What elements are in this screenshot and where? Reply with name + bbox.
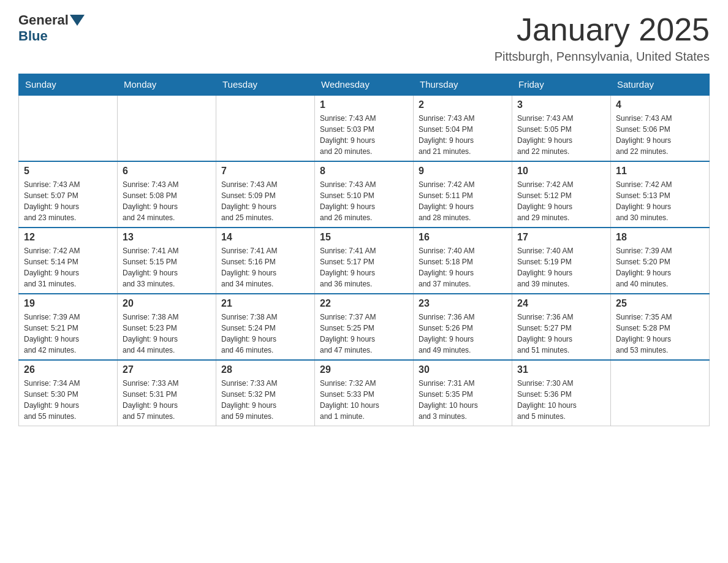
calendar-cell: 22Sunrise: 7:37 AM Sunset: 5:25 PM Dayli… <box>315 294 414 360</box>
day-info: Sunrise: 7:39 AM Sunset: 5:21 PM Dayligh… <box>24 312 112 356</box>
day-number: 13 <box>123 232 211 243</box>
day-info: Sunrise: 7:40 AM Sunset: 5:18 PM Dayligh… <box>419 245 507 289</box>
logo-blue-text: Blue <box>18 28 48 44</box>
weekday-header-sunday: Sunday <box>19 74 118 96</box>
calendar-cell: 31Sunrise: 7:30 AM Sunset: 5:36 PM Dayli… <box>512 360 611 426</box>
day-number: 19 <box>24 298 112 309</box>
day-number: 8 <box>320 166 408 177</box>
day-number: 1 <box>320 99 408 110</box>
day-info: Sunrise: 7:38 AM Sunset: 5:23 PM Dayligh… <box>123 312 211 356</box>
day-number: 23 <box>419 298 507 309</box>
day-number: 30 <box>419 364 507 375</box>
day-info: Sunrise: 7:43 AM Sunset: 5:10 PM Dayligh… <box>320 179 408 223</box>
calendar-cell: 3Sunrise: 7:43 AM Sunset: 5:05 PM Daylig… <box>512 95 611 161</box>
calendar-cell: 16Sunrise: 7:40 AM Sunset: 5:18 PM Dayli… <box>414 228 512 294</box>
calendar-cell: 8Sunrise: 7:43 AM Sunset: 5:10 PM Daylig… <box>315 161 414 228</box>
calendar-cell: 6Sunrise: 7:43 AM Sunset: 5:08 PM Daylig… <box>118 161 216 228</box>
day-number: 22 <box>320 298 408 309</box>
logo-triangle-icon <box>70 15 85 26</box>
weekday-header-saturday: Saturday <box>611 74 710 96</box>
day-info: Sunrise: 7:43 AM Sunset: 5:09 PM Dayligh… <box>221 179 309 223</box>
calendar-table: SundayMondayTuesdayWednesdayThursdayFrid… <box>18 74 710 426</box>
day-info: Sunrise: 7:43 AM Sunset: 5:08 PM Dayligh… <box>123 179 211 223</box>
day-number: 26 <box>24 364 112 375</box>
calendar-week-row: 26Sunrise: 7:34 AM Sunset: 5:30 PM Dayli… <box>19 360 710 426</box>
day-number: 29 <box>320 364 408 375</box>
day-info: Sunrise: 7:42 AM Sunset: 5:11 PM Dayligh… <box>419 179 507 223</box>
day-number: 25 <box>616 298 704 309</box>
day-info: Sunrise: 7:43 AM Sunset: 5:05 PM Dayligh… <box>517 113 605 157</box>
day-info: Sunrise: 7:41 AM Sunset: 5:16 PM Dayligh… <box>221 245 309 289</box>
calendar-header-row: SundayMondayTuesdayWednesdayThursdayFrid… <box>19 74 710 96</box>
day-number: 7 <box>221 166 309 177</box>
location-subtitle: Pittsburgh, Pennsylvania, United States <box>495 50 710 64</box>
day-info: Sunrise: 7:38 AM Sunset: 5:24 PM Dayligh… <box>221 312 309 356</box>
calendar-cell: 4Sunrise: 7:43 AM Sunset: 5:06 PM Daylig… <box>611 95 710 161</box>
day-number: 14 <box>221 232 309 243</box>
calendar-cell: 2Sunrise: 7:43 AM Sunset: 5:04 PM Daylig… <box>414 95 512 161</box>
weekday-header-monday: Monday <box>118 74 216 96</box>
day-number: 15 <box>320 232 408 243</box>
day-number: 27 <box>123 364 211 375</box>
day-info: Sunrise: 7:40 AM Sunset: 5:19 PM Dayligh… <box>517 245 605 289</box>
day-info: Sunrise: 7:37 AM Sunset: 5:25 PM Dayligh… <box>320 312 408 356</box>
calendar-cell: 18Sunrise: 7:39 AM Sunset: 5:20 PM Dayli… <box>611 228 710 294</box>
day-info: Sunrise: 7:41 AM Sunset: 5:17 PM Dayligh… <box>320 245 408 289</box>
weekday-header-thursday: Thursday <box>414 74 512 96</box>
calendar-cell: 9Sunrise: 7:42 AM Sunset: 5:11 PM Daylig… <box>414 161 512 228</box>
calendar-cell: 26Sunrise: 7:34 AM Sunset: 5:30 PM Dayli… <box>19 360 118 426</box>
calendar-cell: 19Sunrise: 7:39 AM Sunset: 5:21 PM Dayli… <box>19 294 118 360</box>
day-number: 24 <box>517 298 605 309</box>
calendar-cell: 11Sunrise: 7:42 AM Sunset: 5:13 PM Dayli… <box>611 161 710 228</box>
day-info: Sunrise: 7:43 AM Sunset: 5:03 PM Dayligh… <box>320 113 408 157</box>
calendar-cell: 17Sunrise: 7:40 AM Sunset: 5:19 PM Dayli… <box>512 228 611 294</box>
calendar-cell: 10Sunrise: 7:42 AM Sunset: 5:12 PM Dayli… <box>512 161 611 228</box>
day-number: 11 <box>616 166 704 177</box>
day-number: 5 <box>24 166 112 177</box>
calendar-cell: 28Sunrise: 7:33 AM Sunset: 5:32 PM Dayli… <box>216 360 315 426</box>
day-info: Sunrise: 7:33 AM Sunset: 5:31 PM Dayligh… <box>123 378 211 422</box>
calendar-cell: 12Sunrise: 7:42 AM Sunset: 5:14 PM Dayli… <box>19 228 118 294</box>
day-number: 16 <box>419 232 507 243</box>
page-header: General Blue January 2025 Pittsburgh, Pe… <box>18 12 710 64</box>
month-title: January 2025 <box>495 12 710 47</box>
day-info: Sunrise: 7:33 AM Sunset: 5:32 PM Dayligh… <box>221 378 309 422</box>
calendar-cell: 21Sunrise: 7:38 AM Sunset: 5:24 PM Dayli… <box>216 294 315 360</box>
day-number: 9 <box>419 166 507 177</box>
calendar-cell <box>216 95 315 161</box>
day-number: 6 <box>123 166 211 177</box>
day-info: Sunrise: 7:34 AM Sunset: 5:30 PM Dayligh… <box>24 378 112 422</box>
weekday-header-friday: Friday <box>512 74 611 96</box>
calendar-week-row: 19Sunrise: 7:39 AM Sunset: 5:21 PM Dayli… <box>19 294 710 360</box>
day-number: 31 <box>517 364 605 375</box>
calendar-cell: 1Sunrise: 7:43 AM Sunset: 5:03 PM Daylig… <box>315 95 414 161</box>
weekday-header-wednesday: Wednesday <box>315 74 414 96</box>
calendar-cell: 30Sunrise: 7:31 AM Sunset: 5:35 PM Dayli… <box>414 360 512 426</box>
day-number: 18 <box>616 232 704 243</box>
day-number: 21 <box>221 298 309 309</box>
day-number: 20 <box>123 298 211 309</box>
calendar-cell: 24Sunrise: 7:36 AM Sunset: 5:27 PM Dayli… <box>512 294 611 360</box>
calendar-week-row: 1Sunrise: 7:43 AM Sunset: 5:03 PM Daylig… <box>19 95 710 161</box>
day-number: 3 <box>517 99 605 110</box>
calendar-cell: 14Sunrise: 7:41 AM Sunset: 5:16 PM Dayli… <box>216 228 315 294</box>
day-info: Sunrise: 7:43 AM Sunset: 5:06 PM Dayligh… <box>616 113 704 157</box>
day-info: Sunrise: 7:32 AM Sunset: 5:33 PM Dayligh… <box>320 378 408 422</box>
calendar-cell <box>611 360 710 426</box>
logo: General Blue <box>18 12 85 44</box>
day-number: 12 <box>24 232 112 243</box>
weekday-header-tuesday: Tuesday <box>216 74 315 96</box>
day-info: Sunrise: 7:43 AM Sunset: 5:04 PM Dayligh… <box>419 113 507 157</box>
calendar-cell: 25Sunrise: 7:35 AM Sunset: 5:28 PM Dayli… <box>611 294 710 360</box>
calendar-cell: 27Sunrise: 7:33 AM Sunset: 5:31 PM Dayli… <box>118 360 216 426</box>
day-info: Sunrise: 7:36 AM Sunset: 5:26 PM Dayligh… <box>419 312 507 356</box>
day-info: Sunrise: 7:42 AM Sunset: 5:13 PM Dayligh… <box>616 179 704 223</box>
calendar-cell: 15Sunrise: 7:41 AM Sunset: 5:17 PM Dayli… <box>315 228 414 294</box>
day-info: Sunrise: 7:42 AM Sunset: 5:14 PM Dayligh… <box>24 245 112 289</box>
day-info: Sunrise: 7:42 AM Sunset: 5:12 PM Dayligh… <box>517 179 605 223</box>
calendar-cell: 23Sunrise: 7:36 AM Sunset: 5:26 PM Dayli… <box>414 294 512 360</box>
day-info: Sunrise: 7:31 AM Sunset: 5:35 PM Dayligh… <box>419 378 507 422</box>
day-number: 17 <box>517 232 605 243</box>
day-info: Sunrise: 7:39 AM Sunset: 5:20 PM Dayligh… <box>616 245 704 289</box>
calendar-cell <box>19 95 118 161</box>
